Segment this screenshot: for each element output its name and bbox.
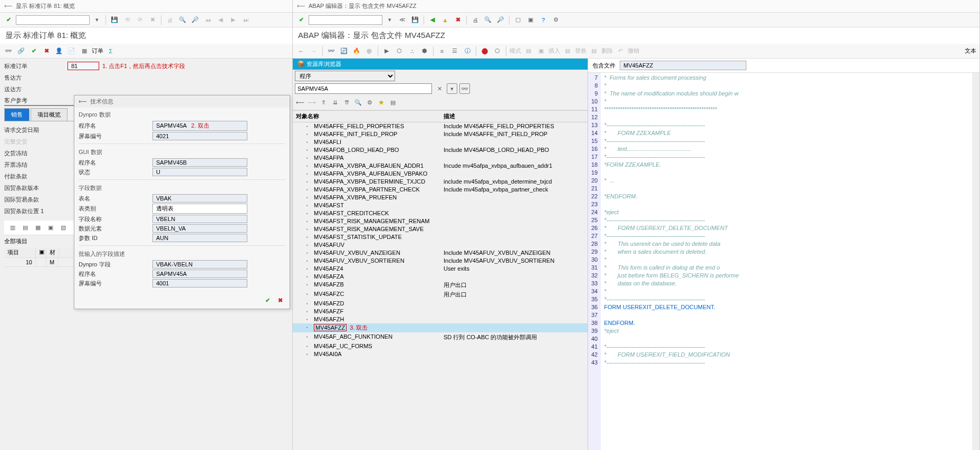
repo-row-MV45AFST_RISK_MANAGEMENT_SAVE[interactable]: MV45AFST_RISK_MANAGEMENT_SAVE xyxy=(293,225,588,233)
reject-icon[interactable]: ✖ xyxy=(41,46,52,56)
back-icon[interactable]: ◀ xyxy=(427,15,438,25)
repo-row-MV45AFPA_XVBPA_AUFBAUEN_ADDR1[interactable]: MV45AFPA_XVBPA_AUFBAUEN_ADDR1Incude mv45… xyxy=(293,162,588,170)
clear-icon[interactable]: ✕ xyxy=(434,83,445,94)
exit-icon[interactable]: ▲ xyxy=(440,15,450,25)
doc-flow-icon[interactable]: 🔗 xyxy=(16,46,26,56)
test-icon[interactable]: ▶ xyxy=(381,46,392,56)
rt-fav-icon[interactable]: ★ xyxy=(376,97,387,108)
nav-back-icon[interactable]: ⟵ xyxy=(297,3,305,9)
display-obj-icon[interactable]: 👓 xyxy=(459,83,470,94)
find-icon[interactable]: 🔍 xyxy=(483,15,493,25)
paramid-val[interactable]: AUN xyxy=(152,234,247,242)
debug-icon[interactable]: ⛬ xyxy=(407,46,417,56)
sum-icon[interactable]: Σ xyxy=(105,46,116,56)
order-menu[interactable]: 订单 xyxy=(92,47,103,55)
repo-row-MV45AFPA_XVBPA_PRUEFEN[interactable]: MV45AFPA_XVBPA_PRUEFEN xyxy=(293,194,588,202)
gui-prog-val[interactable]: SAPMV45B xyxy=(152,158,247,167)
repo-row-MV45AFZB[interactable]: MV45AFZB用户出口 xyxy=(293,281,588,290)
rt-filter-icon[interactable]: ⚙ xyxy=(364,97,375,108)
tech-ok-icon[interactable]: ✔ xyxy=(263,295,273,305)
command-field[interactable] xyxy=(16,15,90,25)
repo-row-MV45AF_UC_FORMS[interactable]: MV45AF_UC_FORMS xyxy=(293,342,588,350)
repo-row-MV45AFPA_XVBPA_PARTNER_CHECK[interactable]: MV45AFPA_XVBPA_PARTNER_CHECKInclude mv45… xyxy=(293,186,588,194)
display-icon[interactable]: 👓 xyxy=(3,46,14,56)
dynprofld-val[interactable]: VBAK-VBELN xyxy=(152,260,247,269)
display-change-icon[interactable]: 👓 xyxy=(326,46,337,56)
repo-row-MV45AFZ4[interactable]: MV45AFZ4User exits xyxy=(293,265,588,273)
check-icon[interactable]: ✔ xyxy=(28,46,39,56)
fldname-val[interactable]: VBELN xyxy=(152,215,247,223)
watch-icon[interactable]: ⬡ xyxy=(492,46,503,56)
repo-row-MV45AFST_RISK_MANAGEMENT_RENAM[interactable]: MV45AFST_RISK_MANAGEMENT_RENAM xyxy=(293,217,588,225)
config-icon[interactable]: ▦ xyxy=(79,46,90,56)
new-window-icon[interactable]: ▢ xyxy=(513,15,523,25)
where-used-icon[interactable]: ⬡ xyxy=(394,46,405,56)
info-icon[interactable]: ⓘ xyxy=(462,46,473,56)
prev-obj-icon[interactable]: ≪ xyxy=(397,15,408,25)
rt-expand-icon[interactable]: ⇊ xyxy=(330,97,340,108)
std-order-field[interactable]: 81 xyxy=(68,62,99,70)
repo-row-MV45AFZC[interactable]: MV45AFZC用户出口 xyxy=(293,290,588,300)
grid-btn3[interactable]: ▦ xyxy=(33,223,43,233)
include-field[interactable] xyxy=(620,61,746,70)
grid-btn4[interactable]: ▣ xyxy=(45,223,56,233)
repo-row-MV45AFPA[interactable]: MV45AFPA xyxy=(293,154,588,162)
partner-icon[interactable]: 👤 xyxy=(54,46,64,56)
command-field[interactable] xyxy=(309,15,382,25)
other-obj-icon[interactable]: 🔄 xyxy=(339,46,349,56)
cancel-icon[interactable]: ✖ xyxy=(453,15,463,25)
tab-sales[interactable]: 销售 xyxy=(4,108,30,121)
repo-row-MV45AFZA[interactable]: MV45AFZA xyxy=(293,273,588,281)
repo-row-MV45AI0A[interactable]: MV45AI0A xyxy=(293,350,588,358)
activate-icon[interactable]: 🔥 xyxy=(351,46,362,56)
repo-row-MV45AFUV_XVBUV_ANZEIGEN[interactable]: MV45AFUV_XVBUV_ANZEIGENInclude MV45AFUV_… xyxy=(293,249,588,257)
prog-val[interactable]: SAPMV45A 2. 双击 xyxy=(152,121,247,131)
enter-icon[interactable]: ✔ xyxy=(3,15,14,25)
save-icon[interactable]: 💾 xyxy=(410,15,420,25)
dropdown-icon[interactable]: ▾ xyxy=(385,15,395,25)
repo-row-MV45AFZH[interactable]: MV45AFZH xyxy=(293,315,588,323)
grid-btn2[interactable]: ▤ xyxy=(20,223,31,233)
dataelem-val[interactable]: VBELN_VA xyxy=(152,224,247,233)
code-scrollbar[interactable] xyxy=(972,73,979,450)
stop-icon[interactable]: ⬤ xyxy=(479,46,490,56)
repo-row-MV45AFFE_INIT_FIELD_PROP[interactable]: MV45AFFE_INIT_FIELD_PROPInclude MV45AFFE… xyxy=(293,130,588,138)
repo-row-MV45AFPA_XVBPA_AUFBAUEN_VBPAKO[interactable]: MV45AFPA_XVBPA_AUFBAUEN_VBPAKO xyxy=(293,170,588,178)
repo-row-MV45AFLI[interactable]: MV45AFLI xyxy=(293,138,588,146)
rt-more-icon[interactable]: ▤ xyxy=(388,97,398,108)
repo-row-MV45AFZD[interactable]: MV45AFZD xyxy=(293,300,588,308)
breakpoint-icon[interactable]: ⬢ xyxy=(419,46,430,56)
tech-cancel-icon[interactable]: ✖ xyxy=(275,295,285,305)
settings-icon[interactable]: ⚙ xyxy=(551,15,561,25)
rt-find-icon[interactable]: 🔍 xyxy=(353,97,363,108)
repo-type-select[interactable]: 程序 xyxy=(295,71,395,81)
repo-row-MV45AFUV_XVBUV_SORTIEREN[interactable]: MV45AFUV_XVBUV_SORTIERENInclude MV45AFUV… xyxy=(293,257,588,265)
rt-collapse-icon[interactable]: ⇈ xyxy=(341,97,352,108)
repo-row-MV45AFPA_XVBPA_DETERMINE_TXJCD[interactable]: MV45AFPA_XVBPA_DETERMINE_TXJCDinclude mv… xyxy=(293,178,588,186)
layout-icon[interactable]: ▣ xyxy=(525,15,536,25)
screen-val[interactable]: 4021 xyxy=(152,132,247,140)
grid-btn5[interactable]: ▧ xyxy=(58,223,69,233)
repo-row-MV45AFZF[interactable]: MV45AFZF xyxy=(293,308,588,315)
status-val[interactable]: U xyxy=(152,168,247,176)
history-icon[interactable]: ▾ xyxy=(447,83,457,94)
grid-btn1[interactable]: ▥ xyxy=(7,223,18,233)
enter-icon[interactable]: ✔ xyxy=(296,15,306,25)
help-icon[interactable]: ? xyxy=(538,15,549,25)
batch-prog-val[interactable]: SAPMV45A xyxy=(152,270,247,278)
grid-item-10[interactable]: 10 xyxy=(4,258,36,266)
tech-back-icon[interactable]: ⟵ xyxy=(79,98,87,105)
repo-row-MV45AFFE_FIELD_PROPERTIES[interactable]: MV45AFFE_FIELD_PROPERTIESInclude MV45AFF… xyxy=(293,122,588,130)
batch-screen-val[interactable]: 4001 xyxy=(152,279,247,288)
rt-left-icon[interactable]: ⟵ xyxy=(295,97,305,108)
nav-back-icon[interactable]: ⟵ xyxy=(4,3,13,9)
outline-icon[interactable]: ☰ xyxy=(449,46,460,56)
find-next-icon[interactable]: 🔎 xyxy=(495,15,506,25)
repo-prog-input[interactable] xyxy=(295,83,432,94)
repo-row-MV45AFZZ[interactable]: MV45AFZZ3. 双击 xyxy=(293,323,588,333)
repo-row-MV45AFOB_LORD_HEAD_PBO[interactable]: MV45AFOB_LORD_HEAD_PBOInclude MV45AFOB_L… xyxy=(293,146,588,154)
header-icon[interactable]: 📄 xyxy=(66,46,77,56)
tab-item-overview[interactable]: 项目概览 xyxy=(31,108,68,121)
print-icon[interactable]: 🖨 xyxy=(470,15,481,25)
nav-left-icon[interactable]: ← xyxy=(296,46,306,56)
